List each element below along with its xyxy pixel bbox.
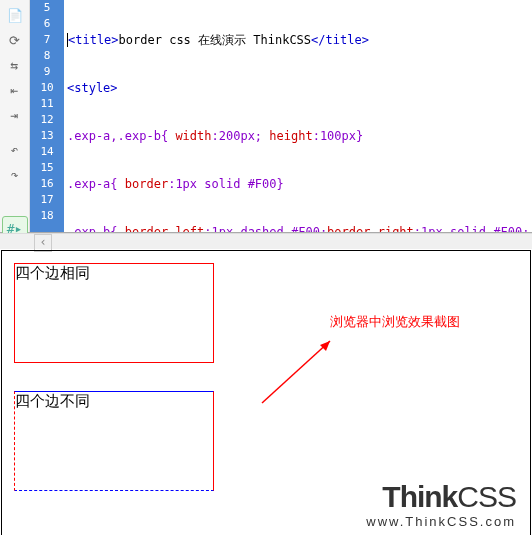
line-number: 17 xyxy=(30,192,64,208)
redo-icon[interactable]: ↷ xyxy=(2,162,28,186)
brand-bold: Think xyxy=(382,480,457,513)
code-line: .exp-a,.exp-b{ width:200px; height:100px… xyxy=(67,128,532,144)
exp-b-box: 四个边不同 xyxy=(14,391,214,491)
exp-a-box: 四个边相同 xyxy=(14,263,214,363)
line-number: 14 xyxy=(30,144,64,160)
undo-icon[interactable]: ↶ xyxy=(2,137,28,161)
exp-b-text: 四个边不同 xyxy=(15,392,90,409)
line-number: 8 xyxy=(30,48,64,64)
editor-toolbar: 📄 ⟳ ⇆ ⇤ ⇥ ↶ ↷ #▸ xyxy=(0,0,30,232)
code-text-area[interactable]: <title>border css 在线演示 ThinkCSS</title> … xyxy=(64,0,532,232)
horizontal-scrollbar[interactable] xyxy=(0,233,532,249)
code-line: <style> xyxy=(67,80,532,96)
brand-light: CSS xyxy=(457,480,516,513)
exp-a-text: 四个边相同 xyxy=(15,264,90,281)
annotation-arrow-icon xyxy=(252,333,342,413)
line-number: 9 xyxy=(30,64,64,80)
svg-line-0 xyxy=(262,341,330,403)
line-number: 7 xyxy=(30,32,64,48)
reload-icon[interactable]: ⟳ xyxy=(2,28,28,52)
dedent-icon[interactable]: ⇤ xyxy=(2,78,28,102)
line-number: 18 xyxy=(30,208,64,224)
line-number: 12 xyxy=(30,112,64,128)
line-number: 16 xyxy=(30,176,64,192)
line-number: 13 xyxy=(30,128,64,144)
code-line: <title>border css 在线演示 ThinkCSS</title> xyxy=(67,32,532,48)
browser-preview-pane: 四个边相同 四个边不同 浏览器中浏览效果截图 ThinkCSS www.Thin… xyxy=(1,250,531,535)
code-line: .exp-b{ border-left:1px dashed #F00;bord… xyxy=(67,224,532,232)
new-file-icon[interactable]: 📄 xyxy=(2,3,28,27)
line-number: 10 xyxy=(30,80,64,96)
line-number: 5 xyxy=(30,0,64,16)
watermark: ThinkCSS www.ThinkCSS.com xyxy=(366,480,516,529)
indent-icon[interactable]: ⇥ xyxy=(2,103,28,127)
format-icon[interactable]: ⇆ xyxy=(2,53,28,77)
brand-url: www.ThinkCSS.com xyxy=(366,514,516,529)
code-editor-pane: 📄 ⟳ ⇆ ⇤ ⇥ ↶ ↷ #▸ 5 6 7 8 9 10 11 12 13 1… xyxy=(0,0,532,233)
annotation-text: 浏览器中浏览效果截图 xyxy=(330,313,460,331)
code-line: .exp-a{ border:1px solid #F00} xyxy=(67,176,532,192)
line-number: 6 xyxy=(30,16,64,32)
line-number-gutter: 5 6 7 8 9 10 11 12 13 14 15 16 17 18 xyxy=(30,0,64,232)
line-number: 11 xyxy=(30,96,64,112)
line-number: 15 xyxy=(30,160,64,176)
